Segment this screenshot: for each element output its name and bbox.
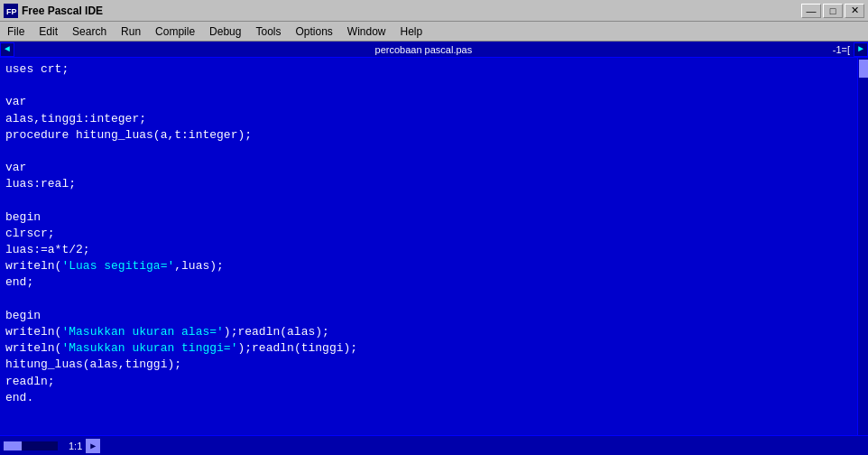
- code-area[interactable]: uses crt; var alas,tinggi:integer; proce…: [0, 58, 857, 435]
- tab-scroll-left-button[interactable]: ◄: [0, 42, 14, 57]
- editor-container: ◄ percobaan pascal.pas -1=[ ► uses crt; …: [0, 42, 868, 435]
- scrollbar-thumb[interactable]: [859, 60, 868, 78]
- cursor-position: 1:1: [69, 441, 82, 451]
- title-bar: FP Free Pascal IDE — □ ✕: [0, 0, 868, 22]
- window-controls: — □ ✕: [801, 4, 864, 18]
- maximize-button[interactable]: □: [823, 4, 843, 18]
- menu-item-tools[interactable]: Tools: [248, 22, 288, 41]
- code-content: uses crt; var alas,tinggi:integer; proce…: [5, 61, 852, 406]
- title-bar-left: FP Free Pascal IDE: [4, 4, 103, 18]
- menu-item-run[interactable]: Run: [114, 22, 148, 41]
- menu-item-search[interactable]: Search: [65, 22, 114, 41]
- svg-text:FP: FP: [6, 7, 17, 16]
- menu-item-help[interactable]: Help: [393, 22, 430, 41]
- cursor-icon-button[interactable]: ▶: [86, 439, 100, 453]
- tab-bar: ◄ percobaan pascal.pas -1=[ ►: [0, 42, 868, 58]
- cursor-icon: ▶: [90, 441, 96, 451]
- tab-scroll-right-button[interactable]: ►: [854, 42, 868, 57]
- tab-title[interactable]: percobaan pascal.pas: [14, 44, 833, 55]
- vertical-scrollbar[interactable]: [857, 58, 868, 435]
- menu-item-compile[interactable]: Compile: [148, 22, 202, 41]
- tab-line-info: -1=[: [833, 44, 854, 55]
- menu-item-options[interactable]: Options: [288, 22, 339, 41]
- status-bar: 1:1 ▶: [0, 435, 868, 455]
- close-button[interactable]: ✕: [845, 4, 864, 18]
- menu-bar: FileEditSearchRunCompileDebugToolsOption…: [0, 22, 868, 42]
- menu-item-window[interactable]: Window: [340, 22, 393, 41]
- app-icon: FP: [4, 4, 18, 18]
- status-left: 1:1 ▶: [4, 439, 100, 453]
- menu-item-file[interactable]: File: [0, 22, 32, 41]
- menu-item-edit[interactable]: Edit: [32, 22, 65, 41]
- window-title: Free Pascal IDE: [22, 5, 103, 17]
- minimize-button[interactable]: —: [801, 4, 821, 18]
- menu-item-debug[interactable]: Debug: [202, 22, 248, 41]
